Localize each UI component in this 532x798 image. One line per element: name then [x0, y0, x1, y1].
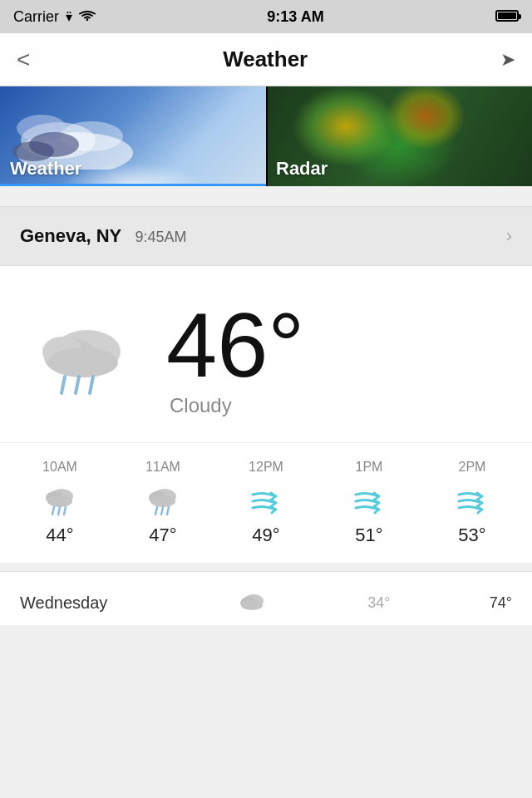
location-name: Geneva, NY: [20, 225, 121, 246]
svg-line-10: [62, 377, 65, 393]
svg-point-27: [241, 600, 263, 610]
hourly-icon-1: [143, 483, 183, 516]
daily-high-0: 74°: [490, 594, 512, 612]
weather-tab-label[interactable]: Weather: [10, 158, 81, 180]
tab-area: Weather Radar: [0, 86, 532, 186]
hourly-icon-0: [40, 483, 80, 516]
hourly-item-4: 2PM 53°: [421, 460, 524, 546]
hourly-time-1: 11AM: [145, 460, 180, 475]
battery-container: [495, 8, 519, 26]
wifi-signal-icon: [79, 10, 96, 23]
status-bar: Carrier ▾̈ 9:13 AM: [0, 0, 532, 33]
nav-bar: < Weather ➤: [0, 33, 532, 86]
daily-low-0: 34°: [367, 594, 390, 612]
tab-separator: [0, 186, 532, 206]
back-button[interactable]: <: [17, 47, 30, 73]
battery-icon: [495, 10, 519, 22]
hourly-temp-1: 47°: [149, 525, 176, 546]
current-weather-icon: [25, 308, 141, 408]
hourly-icon-4: [452, 483, 492, 516]
hourly-temp-4: 53°: [458, 525, 485, 546]
tab-weather[interactable]: Weather: [0, 86, 266, 186]
page-title: Weather: [223, 47, 308, 72]
svg-line-23: [161, 507, 163, 515]
hourly-icon-2: [246, 483, 286, 516]
daily-forecast: Wednesday 34° 74°: [0, 572, 532, 625]
svg-line-22: [155, 507, 157, 515]
weather-main: 46° Cloudy: [0, 266, 532, 442]
hourly-time-2: 12PM: [249, 460, 283, 475]
hourly-forecast: 10AM 44° 11AM 47°: [0, 442, 532, 563]
hourly-temp-0: 44°: [46, 525, 73, 546]
weather-temp-area: 46° Cloudy: [166, 299, 304, 417]
chevron-right-icon: ›: [506, 225, 512, 247]
svg-point-5: [29, 132, 79, 157]
hourly-time-3: 1PM: [356, 460, 383, 475]
hourly-time-4: 2PM: [459, 460, 486, 475]
svg-line-12: [90, 377, 93, 393]
svg-line-17: [58, 507, 60, 515]
wifi-icon: ▾̈: [66, 9, 72, 25]
svg-line-11: [76, 377, 79, 393]
daily-icon-0: [235, 589, 268, 617]
location-arrow-icon[interactable]: ➤: [500, 49, 515, 71]
hourly-time-0: 10AM: [42, 460, 77, 475]
hourly-icon-3: [349, 483, 389, 516]
svg-point-21: [150, 495, 175, 507]
hourly-temp-3: 51°: [355, 525, 382, 546]
tab-radar[interactable]: Radar: [266, 86, 532, 186]
hourly-times-row: 10AM 44° 11AM 47°: [0, 460, 532, 546]
current-temp: 46°: [166, 299, 304, 391]
status-left: Carrier ▾̈: [13, 8, 96, 26]
svg-point-9: [48, 347, 118, 377]
hourly-item-0: 10AM 44°: [8, 460, 111, 546]
hourly-temp-2: 49°: [252, 525, 279, 546]
carrier-label: Carrier: [13, 8, 59, 26]
weather-tab-active-bar: [0, 184, 266, 186]
current-condition: Cloudy: [170, 394, 304, 417]
radar-tab-label[interactable]: Radar: [276, 158, 328, 180]
svg-line-18: [64, 507, 66, 515]
location-time: 9:45AM: [135, 229, 186, 245]
status-time: 9:13 AM: [267, 8, 323, 26]
daily-row-0: Wednesday 34° 74°: [20, 589, 512, 617]
svg-point-15: [47, 495, 72, 507]
location-row[interactable]: Geneva, NY 9:45AM ›: [0, 206, 532, 266]
daily-day-0: Wednesday: [20, 594, 136, 613]
hourly-item-3: 1PM 51°: [318, 460, 421, 546]
hourly-item-2: 12PM 49°: [214, 460, 318, 546]
tab-divider: [266, 86, 268, 186]
location-text: Geneva, NY 9:45AM: [20, 225, 186, 247]
svg-line-16: [52, 507, 54, 515]
svg-line-24: [167, 507, 169, 515]
hourly-item-1: 11AM 47°: [111, 460, 214, 546]
